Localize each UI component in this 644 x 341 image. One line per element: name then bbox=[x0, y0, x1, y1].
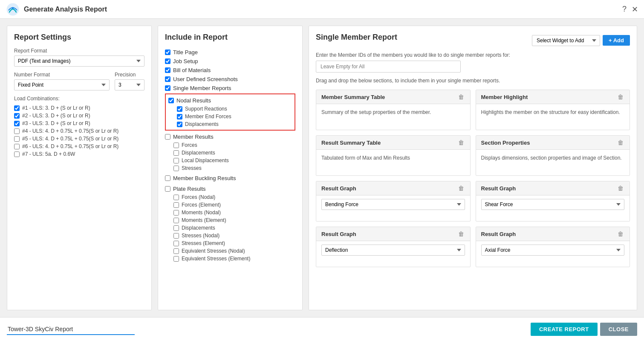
result-graph-axial-select[interactable]: Bending Force Shear Force Axial Force De… bbox=[481, 245, 625, 256]
local-displacements-label: Local Displacements bbox=[182, 157, 229, 163]
widget-member-summary-delete-button[interactable]: 🗑 bbox=[457, 93, 465, 100]
stresses-element-checkbox[interactable] bbox=[173, 241, 179, 246]
displacements-checkbox[interactable] bbox=[173, 150, 179, 156]
load-combo-checkbox-2[interactable] bbox=[14, 113, 20, 119]
load-combinations-label: Load Combinations: bbox=[14, 96, 144, 102]
include-report-panel: Include in Report Title Page Job Setup B… bbox=[158, 26, 303, 310]
local-displacements-checkbox[interactable] bbox=[173, 158, 179, 163]
report-format-select[interactable]: PDF (Text and Images) PDF (Text Only) Wo… bbox=[14, 55, 144, 67]
widget-result-graph-axial-header: Result Graph 🗑 bbox=[476, 227, 630, 241]
load-combinations-section: Load Combinations: #1 - ULS: 3. D + (S o… bbox=[14, 96, 144, 158]
nodal-results-group: Nodal Results Support Reactions Member E… bbox=[165, 93, 295, 131]
stresses-nodal-checkbox[interactable] bbox=[173, 233, 179, 239]
widget-result-summary-body: Tabulated form of Max and Min Results bbox=[316, 150, 470, 175]
result-graph-shear-select[interactable]: Bending Force Shear Force Axial Force De… bbox=[481, 199, 625, 210]
load-combo-label-1: #1 - ULS: 3. D + (S or Lr or R) bbox=[22, 105, 90, 111]
widget-section-properties-body: Displays dimensions, section properties … bbox=[476, 150, 630, 175]
load-combo-label-6: #6 - ULS: 4. D + 0.75L + 0.75(S or Lr or… bbox=[22, 143, 118, 149]
load-combo-checkbox-3[interactable] bbox=[14, 121, 20, 126]
job-setup-checkbox[interactable] bbox=[165, 58, 170, 64]
widget-result-graph-bending: Result Graph 🗑 Bending Force Shear Force… bbox=[316, 181, 471, 222]
precision-select[interactable]: 1 2 3 4 5 bbox=[115, 79, 144, 90]
include-local-displacements: Local Displacements bbox=[173, 157, 295, 164]
displacements-nodal-checkbox[interactable] bbox=[177, 122, 182, 127]
member-end-forces-checkbox[interactable] bbox=[177, 114, 182, 119]
widget-result-graph-deflection-delete-button[interactable]: 🗑 bbox=[457, 230, 465, 237]
load-combo-checkbox-7[interactable] bbox=[14, 152, 20, 157]
member-results-sublist: Forces Displacements Local Displacements… bbox=[173, 141, 295, 172]
forces-nodal-checkbox[interactable] bbox=[173, 195, 179, 200]
load-combo-item: #5 - ULS: 4. D + 0.75L + 0.75(S or Lr or… bbox=[14, 135, 144, 143]
support-reactions-label: Support Reactions bbox=[185, 106, 227, 112]
result-graph-bending-select[interactable]: Bending Force Shear Force Axial Force De… bbox=[321, 199, 465, 210]
widget-result-graph-bending-title: Result Graph bbox=[321, 185, 356, 192]
close-button[interactable]: CLOSE bbox=[600, 323, 637, 336]
report-settings-panel: Report Settings Report Format PDF (Text … bbox=[7, 26, 152, 310]
load-combo-label-4: #4 - ULS: 4. D + 0.75L + 0.75(S or Lr or… bbox=[22, 128, 118, 134]
forces-label: Forces bbox=[182, 142, 197, 148]
load-combo-checkbox-1[interactable] bbox=[14, 105, 20, 111]
include-member-results: Member Results bbox=[165, 132, 295, 141]
widget-add-select[interactable]: Select Widget to Add Member Summary Tabl… bbox=[532, 35, 600, 46]
member-buckling-label: Member Buckling Results bbox=[173, 175, 236, 181]
widget-result-graph-bending-header: Result Graph 🗑 bbox=[316, 181, 470, 195]
moments-nodal-checkbox[interactable] bbox=[173, 210, 179, 216]
single-member-checkbox[interactable] bbox=[165, 85, 170, 91]
single-member-header: Single Member Report Select Widget to Ad… bbox=[316, 33, 630, 48]
load-combo-checkbox-4[interactable] bbox=[14, 128, 20, 134]
include-equiv-stresses-element: Equivalent Stresses (Element) bbox=[173, 255, 295, 262]
moments-element-checkbox[interactable] bbox=[173, 218, 179, 223]
include-forces-nodal: Forces (Nodal) bbox=[173, 193, 295, 201]
displacements-plate-label: Displacements bbox=[182, 225, 215, 231]
nodal-results-checkbox[interactable] bbox=[168, 98, 174, 103]
equiv-stresses-element-checkbox[interactable] bbox=[173, 256, 179, 262]
member-buckling-checkbox[interactable] bbox=[165, 175, 170, 181]
widget-result-graph-shear-delete-button[interactable]: 🗑 bbox=[617, 185, 624, 192]
equiv-stresses-nodal-checkbox[interactable] bbox=[173, 248, 179, 254]
nodal-results-sublist: Support Reactions Member End Forces Disp… bbox=[177, 105, 292, 128]
widget-member-highlight-body: Highlights the member on the structure f… bbox=[476, 104, 630, 130]
create-report-button[interactable]: CREATE REPORT bbox=[531, 323, 598, 336]
stresses-element-label: Stresses (Element) bbox=[182, 240, 225, 246]
load-combo-checkbox-5[interactable] bbox=[14, 136, 20, 142]
svg-point-1 bbox=[12, 7, 14, 9]
load-combo-item: #7 - ULS: 5a. D + 0.6W bbox=[14, 150, 144, 158]
plate-results-checkbox[interactable] bbox=[165, 186, 170, 192]
bill-materials-checkbox[interactable] bbox=[165, 67, 170, 73]
widget-result-summary-delete-button[interactable]: 🗑 bbox=[457, 139, 465, 146]
widget-result-graph-deflection-title: Result Graph bbox=[321, 231, 356, 237]
forces-checkbox[interactable] bbox=[173, 143, 179, 148]
number-format-select[interactable]: Fixed Point Scientific bbox=[14, 79, 110, 90]
forces-element-label: Forces (Element) bbox=[182, 202, 221, 208]
include-stresses-nodal: Stresses (Nodal) bbox=[173, 232, 295, 239]
widget-member-highlight-delete-button[interactable]: 🗑 bbox=[617, 93, 624, 100]
job-setup-label: Job Setup bbox=[173, 58, 198, 64]
title-page-checkbox[interactable] bbox=[165, 50, 170, 55]
widget-result-graph-bending-delete-button[interactable]: 🗑 bbox=[457, 185, 465, 192]
stresses-nodal-label: Stresses (Nodal) bbox=[182, 233, 219, 239]
load-combo-checkbox-6[interactable] bbox=[14, 144, 20, 149]
close-window-icon[interactable]: ✕ bbox=[632, 5, 638, 14]
app-header: Generate Analysis Report ? ✕ bbox=[0, 0, 644, 19]
add-widget-button[interactable]: + Add bbox=[603, 35, 630, 46]
help-icon[interactable]: ? bbox=[622, 5, 627, 14]
include-member-buckling: Member Buckling Results bbox=[165, 174, 295, 183]
widget-section-properties-delete-button[interactable]: 🗑 bbox=[617, 139, 624, 146]
member-results-checkbox[interactable] bbox=[165, 134, 170, 140]
stresses-checkbox[interactable] bbox=[173, 166, 179, 171]
report-name-input[interactable] bbox=[7, 324, 135, 335]
load-combo-label-5: #5 - ULS: 4. D + 0.75L + 0.75(S or Lr or… bbox=[22, 136, 118, 142]
user-screenshots-checkbox[interactable] bbox=[165, 76, 170, 82]
forces-element-checkbox[interactable] bbox=[173, 202, 179, 208]
displacements-plate-checkbox[interactable] bbox=[173, 225, 179, 231]
widget-result-graph-axial-delete-button[interactable]: 🗑 bbox=[617, 230, 624, 237]
support-reactions-checkbox[interactable] bbox=[177, 106, 182, 112]
result-graph-deflection-select[interactable]: Bending Force Shear Force Axial Force De… bbox=[321, 245, 465, 256]
member-ids-input[interactable] bbox=[316, 61, 461, 73]
widget-result-summary-desc: Tabulated form of Max and Min Results bbox=[321, 155, 410, 161]
nodal-results-label: Nodal Results bbox=[176, 97, 211, 104]
equiv-stresses-nodal-label: Equivalent Stresses (Nodal) bbox=[182, 248, 245, 254]
include-support-reactions: Support Reactions bbox=[177, 105, 292, 113]
widget-member-summary-desc: Summary of the setup properties of the m… bbox=[321, 109, 431, 115]
report-format-label: Report Format bbox=[14, 48, 144, 54]
